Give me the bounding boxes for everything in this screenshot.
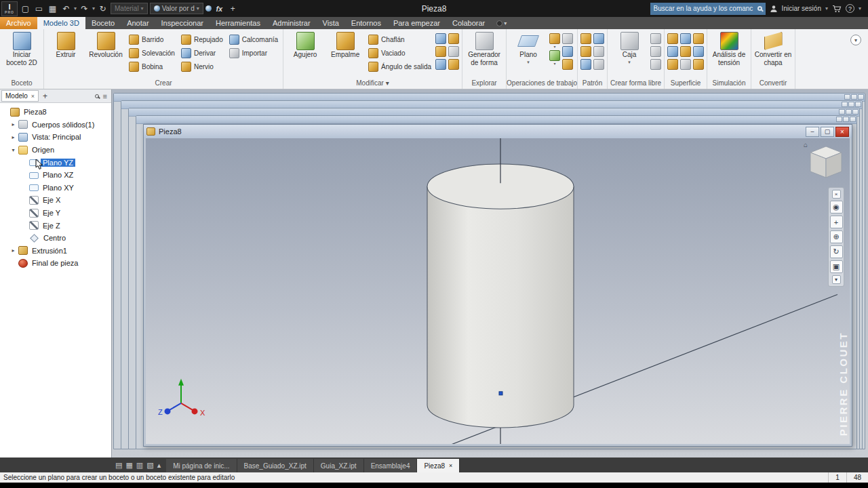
doctab-ensamblaje4[interactable]: Ensamblaje4 (364, 459, 418, 472)
3d-scene[interactable]: X Z (146, 138, 850, 444)
graphics-area[interactable]: X Z ⌂ × ◉ (146, 138, 850, 444)
pieza8-window[interactable]: Pieza8 – ▢ × (143, 124, 852, 447)
scu-icon[interactable] (562, 33, 573, 44)
tree-item-centro[interactable]: Centro (0, 232, 111, 245)
revolucion-button[interactable]: Revolución (87, 30, 125, 59)
superficie-coser-icon[interactable] (667, 33, 678, 44)
tab-vista[interactable]: Vista (317, 17, 345, 29)
panel-label-explorar[interactable]: Explorar (462, 77, 506, 89)
frame-minimize-icon[interactable] (844, 94, 850, 100)
search-input[interactable] (654, 5, 755, 12)
expander-icon[interactable]: ▾ (10, 147, 16, 153)
browser-tab-close-icon[interactable]: × (31, 93, 35, 100)
generador-forma-button[interactable]: Generador de forma (465, 30, 503, 66)
signin-button[interactable]: Iniciar sesión (782, 5, 821, 12)
tree-item-plano-xz[interactable]: Plano XZ (0, 169, 111, 182)
frame-restore-icon[interactable] (848, 102, 854, 107)
punto-trabajo-icon[interactable] (549, 50, 560, 61)
browser-filter-icon[interactable]: ≡ (103, 92, 107, 100)
material-select[interactable]: Material ▾ (111, 3, 148, 14)
pieza8-window-titlebar[interactable]: Pieza8 – ▢ × (144, 125, 852, 138)
navbar-menu-caret-icon[interactable]: ▾ (832, 275, 841, 284)
measure-plus-icon[interactable]: + (227, 3, 239, 15)
tile-windows-icon[interactable]: ▦ (125, 461, 132, 470)
tree-item-plano-yz[interactable]: Plano YZ (0, 156, 111, 169)
tab-colaborar[interactable]: Colaborar (446, 17, 491, 29)
cart-icon[interactable] (832, 5, 842, 13)
frame-close-icon[interactable] (852, 109, 859, 115)
superficie-recortar-icon[interactable] (667, 59, 678, 70)
tab-administrar[interactable]: Administrar (267, 17, 317, 29)
ribbon-collapse-button[interactable]: ▾ (850, 35, 861, 45)
panel-label-simulacion[interactable]: Simulación (707, 77, 751, 89)
repujado-button[interactable]: Repujado (179, 33, 225, 46)
derivar-button[interactable]: Derivar (179, 46, 225, 60)
doctab-base-guiado[interactable]: Base_Guiado_XZ.ipt (237, 459, 314, 472)
espesar-desfase-icon[interactable] (448, 33, 459, 44)
browser-tab-modelo[interactable]: Modelo × (1, 90, 39, 102)
expander-icon[interactable]: ▸ (10, 247, 16, 253)
superficie-esculpir-icon[interactable] (693, 33, 704, 44)
panel-label-modificar[interactable]: Modificar ▾ (283, 77, 462, 89)
browser-search-icon[interactable] (95, 94, 99, 98)
angulo-salida-button[interactable]: Ángulo de salida (366, 60, 433, 73)
search-icon[interactable] (757, 6, 762, 11)
work-feature-2-icon[interactable] (562, 59, 573, 70)
tab-herramientas[interactable]: Herramientas (210, 17, 267, 29)
superficie-extender-icon[interactable] (680, 33, 691, 44)
superficie-borde-icon[interactable] (693, 59, 704, 70)
frame-restore-icon[interactable] (846, 109, 852, 115)
tab-para-empezar[interactable]: Para empezar (387, 17, 446, 29)
tile-horizontal-icon[interactable]: ▥ (136, 461, 143, 470)
frame-minimize-icon[interactable] (836, 117, 842, 122)
doctab-close-icon[interactable]: × (449, 462, 452, 469)
redo-icon[interactable]: ↷ (79, 3, 90, 15)
tree-item-final-de-pieza[interactable]: Final de pieza (0, 257, 111, 270)
open-file-icon[interactable]: ▭ (33, 3, 45, 15)
zoom-icon[interactable]: ⊕ (830, 230, 843, 243)
panel-label-superficie[interactable]: Superficie (665, 77, 707, 89)
fx-parameters-button[interactable]: fx (214, 3, 225, 15)
extruir-button[interactable]: Extruir (47, 30, 85, 59)
forma-esfera-icon[interactable] (650, 46, 661, 57)
tree-item-vista-principal[interactable]: ▸ Vista: Principal (0, 131, 111, 144)
undo-caret-icon[interactable]: ▾ (74, 5, 77, 12)
update-icon[interactable]: ↻ (97, 3, 108, 15)
escala-icon[interactable] (593, 46, 604, 57)
expander-icon[interactable]: ▸ (10, 134, 16, 140)
tree-item-pieza8[interactable]: Pieza8 (0, 106, 111, 119)
window-maximize-button[interactable]: ▢ (821, 127, 834, 137)
tree-item-cuerpos-solidos[interactable]: ▸ Cuerpos sólidos(1) (0, 119, 111, 131)
work-feature-icon[interactable] (562, 46, 573, 57)
frame-restore-icon[interactable] (851, 94, 857, 100)
frame-minimize-icon[interactable] (839, 109, 845, 115)
undo-icon[interactable]: ↶ (60, 3, 72, 15)
frame-close-icon[interactable] (850, 117, 856, 122)
color-sphere-icon[interactable] (205, 5, 212, 12)
save-icon[interactable]: ▦ (47, 3, 58, 15)
superficie-simetria-icon[interactable] (693, 46, 704, 57)
tree-item-eje-z[interactable]: Eje Z (0, 219, 111, 232)
calcomania-button[interactable]: Calcomanía (227, 33, 280, 46)
tab-modelo-3d[interactable]: Modelo 3D (37, 17, 85, 29)
tree-item-eje-y[interactable]: Eje Y (0, 207, 111, 220)
suprimir-icon[interactable] (593, 59, 604, 70)
tab-anotar[interactable]: Anotar (121, 17, 155, 29)
help-search-box[interactable] (650, 3, 766, 15)
plano-button[interactable]: Plano ▾ (509, 30, 547, 65)
eliminar-cara-icon[interactable] (448, 46, 459, 57)
redo-caret-icon[interactable]: ▾ (92, 5, 95, 12)
home-icon[interactable]: ⌂ (804, 141, 808, 148)
panel-label-patron[interactable]: Patrón (578, 77, 607, 89)
analisis-tension-button[interactable]: Análisis de tensión (710, 30, 748, 66)
solevacion-button[interactable]: Solevación (127, 46, 177, 60)
empalme-button[interactable]: Empalme (326, 30, 364, 59)
cascade-windows-icon[interactable]: ▤ (115, 461, 122, 470)
punto-caret-icon[interactable]: ▾ (554, 63, 556, 65)
panel-label-crear[interactable]: Crear (44, 77, 283, 89)
doctab-guia-xz[interactable]: Guia_XZ.ipt (314, 459, 364, 472)
convertir-chapa-button[interactable]: Convertir en chapa (754, 30, 792, 66)
view-cube[interactable]: ⌂ (808, 144, 844, 182)
navbar-close-icon[interactable]: × (832, 190, 841, 199)
forma-cilindro-icon[interactable] (650, 33, 661, 44)
